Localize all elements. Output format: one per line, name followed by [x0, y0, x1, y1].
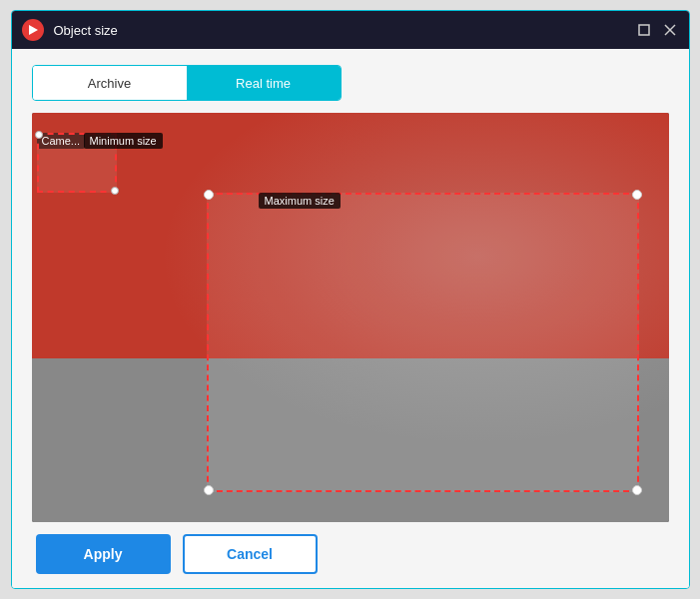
svg-rect-1	[639, 25, 649, 35]
main-window: Object size Archive Real time	[11, 10, 690, 589]
titlebar: Object size	[12, 11, 689, 49]
min-handle-topleft[interactable]	[35, 131, 43, 139]
image-area: Came... Minimum size Maximum size	[32, 113, 669, 522]
svg-marker-0	[29, 25, 38, 35]
close-button[interactable]	[661, 21, 679, 39]
maximize-button[interactable]	[635, 21, 653, 39]
maximum-size-label: Maximum size	[259, 193, 341, 209]
handle-bottomleft[interactable]	[204, 485, 214, 495]
footer: Apply Cancel	[32, 534, 669, 574]
handle-bottomright[interactable]	[632, 485, 642, 495]
main-content: Archive Real time Came... Minimum size	[12, 49, 689, 588]
handle-topleft[interactable]	[204, 190, 214, 200]
minimum-size-box[interactable]: Minimum size	[37, 133, 117, 193]
cancel-button[interactable]: Cancel	[183, 534, 318, 574]
min-handle-bottomright[interactable]	[111, 187, 119, 195]
window-controls	[635, 21, 679, 39]
tab-archive[interactable]: Archive	[33, 66, 187, 100]
window-title: Object size	[54, 23, 635, 38]
minimum-size-label: Minimum size	[84, 133, 163, 149]
maximum-size-box[interactable]: Maximum size	[207, 193, 639, 492]
app-logo	[22, 19, 44, 41]
tabs-container: Archive Real time	[32, 65, 342, 101]
apply-button[interactable]: Apply	[36, 534, 171, 574]
handle-topright[interactable]	[632, 190, 642, 200]
tab-realtime[interactable]: Real time	[187, 66, 341, 100]
